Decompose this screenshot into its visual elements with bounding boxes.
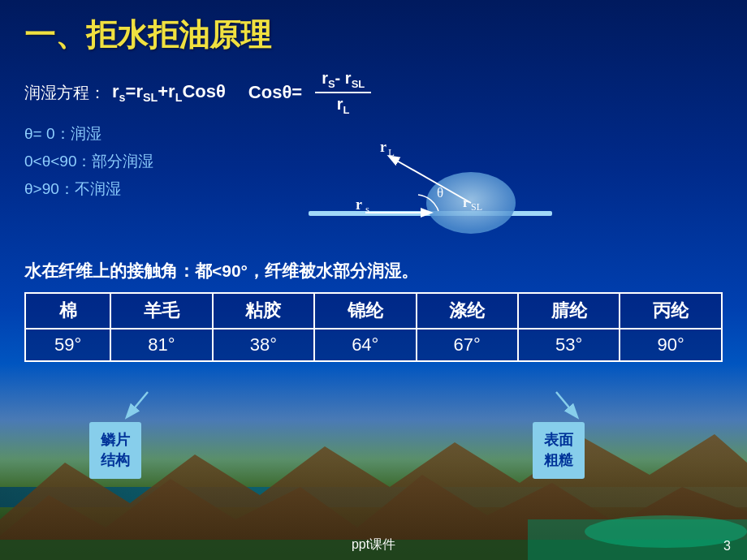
equation-formula: rs=rSL+rLCosθ bbox=[112, 81, 226, 104]
svg-text:s: s bbox=[365, 203, 369, 215]
callout-right-box: 表面粗糙 bbox=[533, 422, 585, 479]
equation-area: 润湿方程： rs=rSL+rLCosθ Cosθ= rS- rSL rL bbox=[24, 69, 371, 116]
callout-right-text: 表面粗糙 bbox=[544, 432, 573, 468]
table-header-wool: 羊毛 bbox=[110, 293, 212, 329]
table-header-cotton: 棉 bbox=[25, 293, 110, 329]
condition-2: 0<θ<90：部分润湿 bbox=[24, 148, 153, 175]
table-header-nylon: 锦纶 bbox=[314, 293, 416, 329]
table-data-row: 59° 81° 38° 64° 67° 53° 90° bbox=[25, 329, 722, 361]
table-cell-nylon: 64° bbox=[314, 329, 416, 361]
data-table: 棉 羊毛 粘胶 锦纶 涤纶 腈纶 丙纶 59° 81° 38° 64° 67° … bbox=[24, 292, 723, 362]
callout-arrow-right-svg bbox=[548, 388, 589, 420]
equation-label: 润湿方程： bbox=[24, 82, 106, 104]
fraction-denominator: rL bbox=[330, 93, 356, 116]
page-number: 3 bbox=[723, 539, 731, 554]
table-cell-viscose: 38° bbox=[213, 329, 314, 361]
callout-left-text: 鳞片结构 bbox=[101, 432, 130, 468]
table-header-viscose: 粘胶 bbox=[213, 293, 314, 329]
slide-title: 一、拒水拒油原理 bbox=[24, 15, 271, 56]
contact-angle-diagram: r L r s r SL θ bbox=[244, 118, 568, 260]
table-cell-polyester: 67° bbox=[417, 329, 518, 361]
table-header-row: 棉 羊毛 粘胶 锦纶 涤纶 腈纶 丙纶 bbox=[25, 293, 722, 329]
table-cell-wool: 81° bbox=[110, 329, 212, 361]
condition-3: θ>90：不润湿 bbox=[24, 175, 153, 203]
table-header-pp: 丙纶 bbox=[620, 293, 722, 329]
svg-text:L: L bbox=[388, 146, 395, 158]
footer-label: ppt课件 bbox=[352, 536, 395, 554]
table-cell-pp: 90° bbox=[620, 329, 722, 361]
svg-text:θ: θ bbox=[437, 185, 443, 200]
slide: 一、拒水拒油原理 润湿方程： rs=rSL+rLCosθ Cosθ= rS- r… bbox=[0, 0, 747, 560]
svg-text:SL: SL bbox=[471, 201, 482, 213]
svg-line-18 bbox=[556, 392, 576, 416]
condition-1: θ= 0：润湿 bbox=[24, 120, 153, 148]
svg-point-5 bbox=[585, 515, 747, 548]
svg-text:r: r bbox=[463, 196, 468, 209]
fraction-numerator: rS- rSL bbox=[315, 69, 371, 93]
svg-line-17 bbox=[127, 392, 148, 416]
contact-angle-text: 水在纤维上的接触角：都<90°，纤维被水部分润湿。 bbox=[24, 260, 418, 282]
fraction: rS- rSL rL bbox=[315, 69, 371, 116]
conditions-area: θ= 0：润湿 0<θ<90：部分润湿 θ>90：不润湿 bbox=[24, 120, 153, 204]
callout-arrow-left-svg bbox=[115, 388, 156, 420]
costheta-label: Cosθ= bbox=[248, 82, 302, 103]
svg-text:r: r bbox=[380, 139, 386, 155]
callout-left-box: 鳞片结构 bbox=[89, 422, 141, 479]
table-cell-acrylic: 53° bbox=[518, 329, 620, 361]
table-cell-cotton: 59° bbox=[25, 329, 110, 361]
table-header-acrylic: 腈纶 bbox=[518, 293, 620, 329]
table-header-polyester: 涤纶 bbox=[417, 293, 518, 329]
svg-text:r: r bbox=[356, 196, 362, 213]
